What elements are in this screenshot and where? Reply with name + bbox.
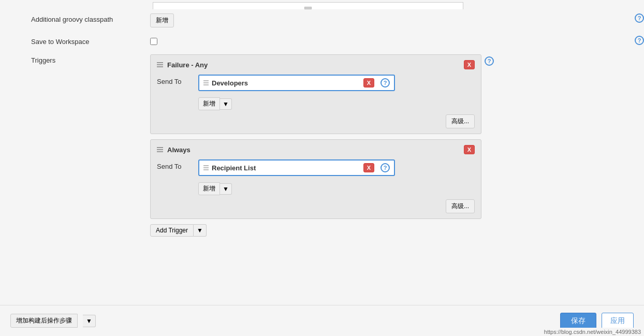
resize-handle[interactable] <box>304 7 312 9</box>
groovy-add-button[interactable]: 新增 <box>150 13 174 27</box>
triggers-label: Triggers <box>0 54 150 64</box>
trigger-always-new-group: 新增 ▼ <box>198 182 395 195</box>
post-build-dropdown[interactable]: ▼ <box>83 315 96 327</box>
trigger-failure-any-header: Failure - Any X <box>157 60 475 69</box>
trigger-always-title: Always <box>167 146 191 154</box>
trigger-block-failure-any: Failure - Any X Send To Developers <box>150 54 481 134</box>
save-to-workspace-checkbox[interactable] <box>150 38 157 45</box>
save-to-workspace-label: Save to Workspace <box>0 36 150 46</box>
save-to-workspace-row: Save to Workspace ? <box>0 32 644 50</box>
developers-drag-handle[interactable] <box>203 80 209 85</box>
post-build-button[interactable]: 增加构建后操作步骤 <box>10 314 78 328</box>
status-bar: https://blog.csdn.net/weixin_44999383 <box>541 328 644 336</box>
save-to-workspace-help-icon[interactable]: ? <box>635 36 644 45</box>
recipient-list-name: Recipient List <box>212 164 360 172</box>
developers-recipient-name: Developers <box>212 79 360 87</box>
trigger-failure-any-new-button[interactable]: 新增 <box>198 97 220 110</box>
trigger-always-send-to-label: Send To <box>157 159 198 170</box>
trigger-failure-any-remove-button[interactable]: X <box>464 60 475 69</box>
triggers-help-icon[interactable]: ? <box>485 56 494 66</box>
recipient-list-drag-handle[interactable] <box>203 165 209 170</box>
recipient-list-help-icon[interactable]: ? <box>380 163 390 172</box>
trigger-failure-any-new-dropdown[interactable]: ▼ <box>220 98 232 110</box>
trigger-failure-any-title-group: Failure - Any <box>157 61 208 69</box>
trigger-always-send-to-row: Send To Recipient List X ? <box>157 159 475 195</box>
developers-remove-button[interactable]: X <box>363 78 374 87</box>
trigger-always-advanced-row: 高级... <box>157 199 475 213</box>
groovy-help-icon[interactable]: ? <box>635 13 644 23</box>
trigger-failure-any-drag-handle[interactable] <box>157 62 163 67</box>
trigger-failure-any-new-group: 新增 ▼ <box>198 97 395 110</box>
trigger-failure-any-title: Failure - Any <box>167 61 208 69</box>
recipient-list-remove-button[interactable]: X <box>363 163 374 172</box>
trigger-always-drag-handle[interactable] <box>157 147 163 152</box>
trigger-failure-any-advanced-button[interactable]: 高级... <box>446 114 475 128</box>
trigger-failure-any-advanced-row: 高级... <box>157 114 475 128</box>
trigger-always-new-button[interactable]: 新增 <box>198 182 220 195</box>
trigger-failure-any-send-to-row: Send To Developers X ? <box>157 75 475 110</box>
trigger-always-new-dropdown[interactable]: ▼ <box>220 183 232 195</box>
trigger-always-advanced-button[interactable]: 高级... <box>446 199 475 213</box>
developers-recipient-box: Developers X ? <box>198 75 395 91</box>
add-trigger-button[interactable]: Add Trigger <box>150 224 194 237</box>
trigger-always-remove-button[interactable]: X <box>464 145 475 154</box>
trigger-failure-any-send-to-label: Send To <box>157 75 198 85</box>
textarea-top <box>0 0 644 9</box>
recipient-list-actions: X ? <box>363 163 390 172</box>
save-button[interactable]: 保存 <box>560 313 596 329</box>
groovy-classpath-control: 新增 <box>150 13 631 27</box>
add-trigger-row: Add Trigger ▼ <box>150 224 481 237</box>
recipient-list-box: Recipient List X ? <box>198 159 395 176</box>
save-to-workspace-control <box>150 36 631 45</box>
main-content: Additional groovy classpath 新增 ? Save to… <box>0 0 644 336</box>
triggers-row: Triggers Failure - Any X Send To <box>0 50 644 241</box>
developers-help-icon[interactable]: ? <box>380 78 390 87</box>
groovy-classpath-label: Additional groovy classpath <box>0 13 150 23</box>
groovy-classpath-row: Additional groovy classpath 新增 ? <box>0 9 644 32</box>
trigger-always-title-group: Always <box>157 146 191 154</box>
add-trigger-dropdown[interactable]: ▼ <box>194 224 207 237</box>
developers-recipient-actions: X ? <box>363 78 390 87</box>
trigger-always-header: Always X <box>157 145 475 154</box>
apply-button[interactable]: 应用 <box>602 313 634 329</box>
triggers-area: Failure - Any X Send To Developers <box>150 54 481 237</box>
trigger-block-always: Always X Send To Recipient List <box>150 139 481 219</box>
